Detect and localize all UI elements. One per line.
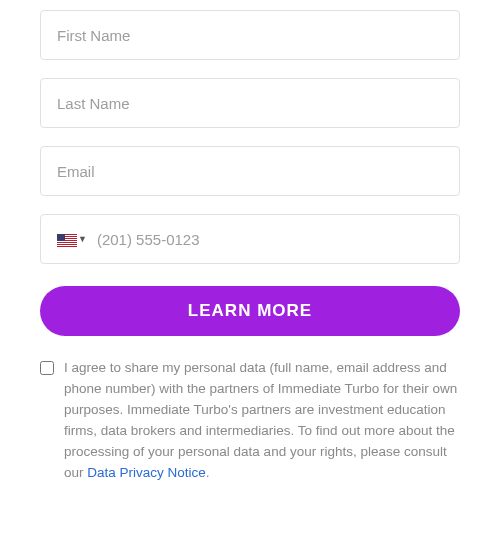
consent-row: I agree to share my personal data (full … [40,358,460,484]
first-name-field [40,10,460,60]
chevron-down-icon: ▼ [78,234,87,244]
phone-input[interactable] [97,215,443,263]
consent-text-before: I agree to share my personal data (full … [64,360,457,480]
phone-country-selector[interactable]: ▼ [57,233,87,246]
email-input[interactable] [57,147,443,195]
last-name-input[interactable] [57,79,443,127]
consent-checkbox[interactable] [40,361,54,375]
svg-rect-4 [57,241,77,242]
phone-field: ▼ [40,214,460,264]
consent-text: I agree to share my personal data (full … [64,358,460,484]
last-name-field [40,78,460,128]
svg-rect-6 [57,245,77,246]
learn-more-button[interactable]: LEARN MORE [40,286,460,336]
svg-rect-5 [57,243,77,244]
email-field [40,146,460,196]
first-name-input[interactable] [57,11,443,59]
us-flag-icon [57,233,77,246]
consent-text-after: . [206,465,210,480]
signup-form: ▼ LEARN MORE I agree to share my persona… [40,10,460,484]
svg-rect-7 [57,234,65,241]
privacy-notice-link[interactable]: Data Privacy Notice [87,465,206,480]
